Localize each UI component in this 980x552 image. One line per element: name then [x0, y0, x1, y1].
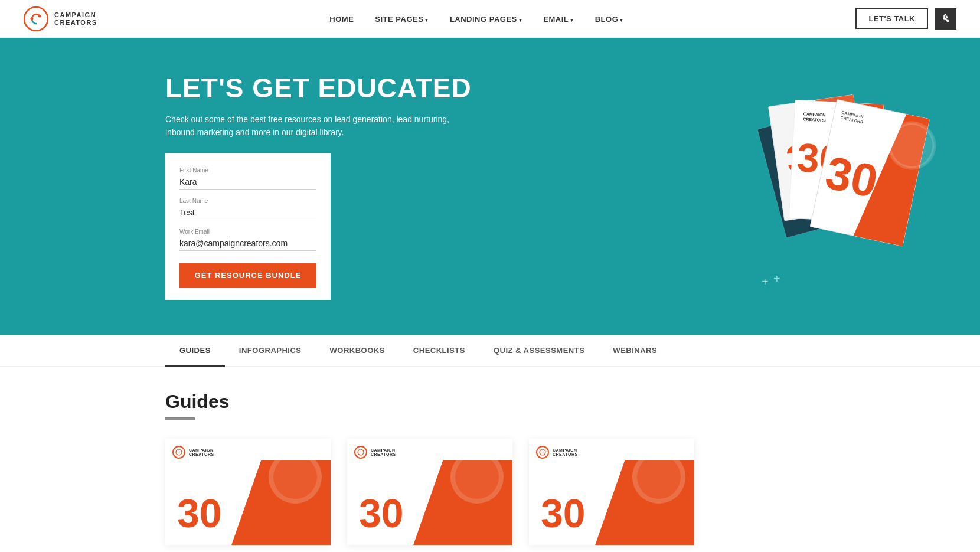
resource-card[interactable]: CAMPAIGNCREATORS 30 — [347, 439, 512, 545]
nav-item-site-pages[interactable]: SITE PAGES▾ — [375, 14, 429, 24]
last-name-input[interactable] — [179, 207, 316, 220]
svg-point-24 — [176, 449, 182, 455]
svg-point-3 — [943, 17, 946, 19]
cover-mockup: CAMPAIGNCREATORS 30 — [165, 439, 331, 545]
nav-item-home[interactable]: HOME — [329, 14, 354, 24]
book-stack: 30 30 CAMPAIGN CREATORS 30 CAM — [744, 73, 945, 286]
logo-text: CAMPAIGN CREATORS — [54, 11, 97, 25]
cover-logo: CAMPAIGNCREATORS — [536, 446, 578, 459]
svg-point-0 — [24, 7, 48, 31]
category-infographics[interactable]: INFOGRAPHICS — [225, 335, 316, 367]
svg-point-2 — [38, 14, 41, 17]
hero-graphic: 30 30 CAMPAIGN CREATORS 30 CAM — [744, 73, 945, 286]
main-content: Guides CAMPAIGNCREATORS 30 — [0, 367, 980, 552]
category-quiz-assessments[interactable]: QUIZ & ASSESSMENTS — [479, 335, 599, 367]
svg-point-26 — [540, 449, 545, 455]
cover-mockup: CAMPAIGNCREATORS 30 — [347, 439, 512, 545]
chevron-down-icon: ▾ — [425, 17, 429, 23]
logo[interactable]: CAMPAIGN CREATORS — [24, 6, 97, 31]
work-email-label: Work Email — [179, 228, 316, 235]
cover-number: 30 — [359, 493, 404, 533]
hero-subtitle: Check out some of the best free resource… — [165, 113, 478, 139]
first-name-input[interactable] — [179, 176, 316, 190]
cover-logo: CAMPAIGNCREATORS — [172, 446, 214, 459]
logo-icon — [24, 6, 48, 31]
svg-text:30: 30 — [821, 146, 882, 207]
category-nav: GUIDES INFOGRAPHICS WORKBOOKS CHECKLISTS… — [0, 335, 980, 367]
first-name-field: First Name — [179, 167, 316, 190]
svg-point-1 — [31, 17, 34, 20]
cover-number: 30 — [177, 493, 222, 533]
category-workbooks[interactable]: WORKBOOKS — [316, 335, 399, 367]
nav-links: HOME SITE PAGES▾ LANDING PAGES▾ EMAIL▾ B… — [329, 14, 623, 24]
nav-right: LET'S TALK — [855, 8, 956, 30]
chevron-down-icon: ▾ — [620, 17, 623, 23]
hero-form: First Name Last Name Work Email GET RESO… — [165, 153, 331, 300]
first-name-label: First Name — [179, 167, 316, 174]
chevron-down-icon: ▾ — [570, 17, 574, 23]
chevron-down-icon: ▾ — [519, 17, 522, 23]
lets-talk-button[interactable]: LET'S TALK — [855, 8, 928, 29]
last-name-field: Last Name — [179, 198, 316, 220]
work-email-input[interactable] — [179, 237, 316, 251]
hero-title: LET'S GET EDUCATED — [165, 73, 478, 103]
work-email-field: Work Email — [179, 228, 316, 251]
cover-number: 30 — [541, 493, 586, 533]
svg-point-25 — [358, 449, 364, 455]
section-title: Guides — [165, 391, 815, 413]
nav-item-landing-pages[interactable]: LANDING PAGES▾ — [450, 14, 522, 24]
category-guides[interactable]: GUIDES — [165, 335, 225, 367]
svg-text:+: + — [773, 272, 780, 285]
resource-card[interactable]: CAMPAIGNCREATORS 30 — [165, 439, 331, 545]
svg-text:+: + — [762, 275, 769, 286]
category-checklists[interactable]: CHECKLISTS — [399, 335, 479, 367]
card-image: CAMPAIGNCREATORS 30 — [347, 439, 512, 545]
last-name-label: Last Name — [179, 198, 316, 204]
hubspot-icon[interactable] — [935, 8, 956, 30]
cover-logo: CAMPAIGNCREATORS — [354, 446, 396, 459]
card-image: CAMPAIGNCREATORS 30 — [165, 439, 331, 545]
main-nav: CAMPAIGN CREATORS HOME SITE PAGES▾ LANDI… — [0, 0, 980, 38]
get-resource-bundle-button[interactable]: GET RESOURCE BUNDLE — [179, 263, 316, 288]
section-underline — [165, 417, 195, 420]
category-webinars[interactable]: WEBINARS — [599, 335, 671, 367]
books-svg: 30 30 CAMPAIGN CREATORS 30 CAM — [744, 73, 945, 286]
hero-content: LET'S GET EDUCATED Check out some of the… — [165, 73, 478, 300]
card-image: CAMPAIGNCREATORS 30 — [529, 439, 694, 545]
cover-mockup: CAMPAIGNCREATORS 30 — [529, 439, 694, 545]
nav-item-blog[interactable]: BLOG▾ — [595, 14, 623, 24]
hero-section: LET'S GET EDUCATED Check out some of the… — [0, 38, 980, 335]
card-grid: CAMPAIGNCREATORS 30 — [165, 439, 815, 545]
resource-card[interactable]: CAMPAIGNCREATORS 30 — [529, 439, 694, 545]
nav-item-email[interactable]: EMAIL▾ — [543, 14, 573, 24]
